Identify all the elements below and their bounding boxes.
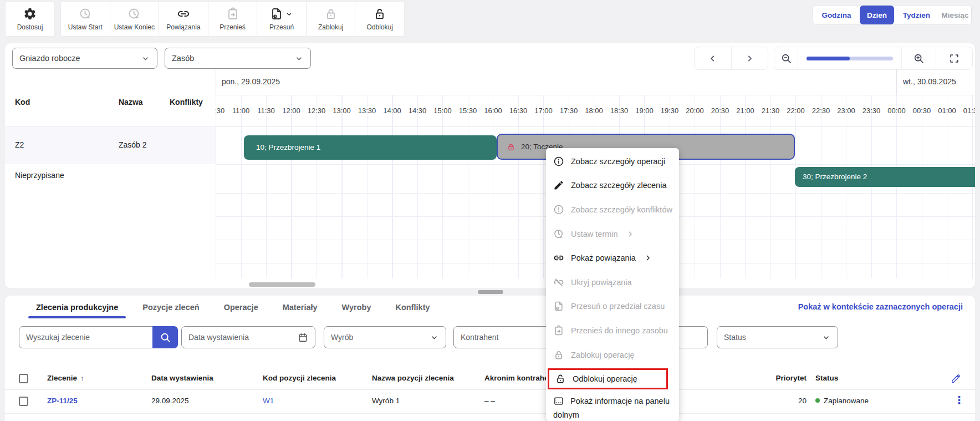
- search-order-input[interactable]: Wyszukaj zlecenie: [19, 326, 153, 348]
- context-menu-item-pokaz-powiazania[interactable]: Pokaż powiązania: [546, 246, 679, 270]
- info-icon: [553, 156, 564, 167]
- gantt-bar-operation-10[interactable]: 10; Przezbrojenie 1: [244, 135, 497, 160]
- row-checkbox[interactable]: [19, 397, 28, 406]
- scheduler-app: Dostosuj Ustaw StartUstaw KoniecPowiązan…: [0, 0, 980, 421]
- context-menu-item-odblokuj-operacje[interactable]: Odblokuj operację: [548, 368, 668, 389]
- zoom-in-icon: [913, 53, 925, 64]
- context-menu-item-zobacz-szczegoly-zlecenia[interactable]: Zobacz szczegóły zlecenia: [546, 174, 679, 198]
- view-toggle-tydzien[interactable]: Tydzień: [894, 6, 939, 24]
- view-toggle-godzina[interactable]: Godzina: [813, 6, 860, 24]
- context-menu-item-pokaz-informacje-na-panelu-dolnym[interactable]: Pokaż informacje na panelu dolnym: [546, 390, 679, 421]
- tab-pozycje-zlecen[interactable]: Pozycje zleceń: [142, 299, 199, 318]
- time-tick: 13:30: [358, 106, 376, 115]
- time-tick: 14:30: [409, 106, 427, 115]
- toolbar-button-label: Ustaw Start: [68, 23, 103, 31]
- zoom-slider-fill: [807, 57, 850, 60]
- sort-asc-icon: ↑: [80, 374, 84, 382]
- time-tick: 15:30: [459, 106, 477, 115]
- context-menu-item-zobacz-szczegoly-konfliktow[interactable]: Zobacz szczegóły konfliktów: [546, 197, 679, 222]
- col-status[interactable]: Status: [815, 374, 838, 382]
- zoom-slider-track[interactable]: [807, 57, 893, 60]
- fullscreen-button[interactable]: [936, 47, 972, 69]
- time-tick: 12:00: [282, 106, 300, 115]
- context-menu-item-przenies-do-innego-zasobu[interactable]: Przenieś do innego zasobu: [546, 318, 679, 343]
- toolbar-button-powiazania[interactable]: Powiązania: [159, 2, 208, 36]
- order-number-link[interactable]: ZP-11/25: [47, 397, 78, 405]
- time-tick: 21:00: [736, 106, 754, 115]
- tab-materialy[interactable]: Materiały: [283, 299, 318, 318]
- time-tick: 23:30: [862, 106, 881, 115]
- toolbar-button-przenies[interactable]: Przenieś: [208, 2, 257, 36]
- zoom-in-button[interactable]: [901, 47, 936, 69]
- panel-resize-handle[interactable]: [478, 290, 503, 294]
- view-toggle-dzien[interactable]: Dzień: [860, 6, 894, 24]
- toolbar-button-ustaw-koniec[interactable]: Ustaw Koniec: [110, 2, 159, 36]
- row-menu-icon[interactable]: ⋮: [954, 394, 964, 407]
- col-data-wystawienia[interactable]: Data wystawienia: [151, 374, 213, 382]
- resource-row-kod[interactable]: Z2: [15, 140, 24, 149]
- status-filter[interactable]: Status: [717, 326, 838, 348]
- chevron-left-icon: [708, 54, 717, 63]
- col-kod-pozycji[interactable]: Kod pozycji zlecenia: [263, 374, 336, 382]
- gantt-bar-operation-30[interactable]: 30; Przezbrojenie 2: [795, 167, 975, 187]
- context-menu-item-przesun-o-przedzial-czasu[interactable]: Przesuń o przedział czasu: [546, 295, 679, 319]
- next-period-button[interactable]: [731, 47, 768, 69]
- prev-period-button[interactable]: [695, 47, 731, 69]
- context-menu-item-label: Pokaż powiązania: [571, 253, 636, 262]
- time-tick: 01:30: [963, 106, 975, 115]
- issue-date-filter[interactable]: Data wystawienia: [181, 326, 315, 348]
- workstation-select-label: Gniazdo robocze: [19, 54, 80, 63]
- toolbar-button-dostosuj[interactable]: Dostosuj: [6, 2, 54, 36]
- toolbar-button-przesun[interactable]: Przesuń: [257, 2, 306, 36]
- context-menu-item-zobacz-szczegoly-operacji[interactable]: Zobacz szczegóły operacji: [546, 149, 679, 174]
- time-tick: 21:30: [762, 106, 780, 115]
- gear-icon: [23, 7, 37, 21]
- toolbar-button-ustaw-start[interactable]: Ustaw Start: [61, 2, 110, 36]
- order-priority: 20: [772, 397, 807, 405]
- tab-konflikty[interactable]: Konflikty: [396, 299, 430, 318]
- order-row[interactable]: ZP-11/25 29.09.2025 W1 Wyrób 1 – – 20 Za…: [5, 389, 975, 414]
- resource-col-kod: Kod: [15, 98, 30, 106]
- toolbar-button-odblokuj[interactable]: Odblokuj: [355, 2, 404, 36]
- select-all-checkbox[interactable]: [19, 374, 28, 383]
- time-tick: 12:30: [308, 106, 326, 115]
- context-menu-item-label: Ustaw termin: [571, 230, 618, 239]
- tab-wyroby[interactable]: Wyroby: [342, 299, 371, 318]
- col-nazwa-pozycji[interactable]: Nazwa pozycji zlecenia: [372, 374, 454, 382]
- col-priorytet[interactable]: Priorytet: [772, 374, 807, 382]
- toolbar-button-zablokuj[interactable]: Zablokuj: [306, 2, 355, 36]
- toolbar-button-label: Przenieś: [220, 23, 246, 31]
- edit-columns-icon[interactable]: [951, 373, 961, 384]
- context-menu-item-ustaw-termin[interactable]: Ustaw termin: [546, 222, 679, 246]
- chevron-down-icon: [821, 333, 831, 342]
- unlock-icon: [373, 7, 386, 21]
- view-toggle-miesiac[interactable]: Miesiąc: [939, 6, 971, 24]
- clock-play-icon: [553, 229, 564, 240]
- zoom-out-button[interactable]: [774, 47, 798, 69]
- time-tick: 19:30: [661, 106, 679, 115]
- order-status: Zaplanowane: [815, 397, 869, 405]
- context-menu-item-label: Pokaż informacje na panelu dolnym: [553, 397, 670, 419]
- time-tick: 23:00: [837, 106, 855, 115]
- day-separator-line: [896, 69, 897, 95]
- show-in-context-link[interactable]: Pokaż w kontekście zaznaczonych operacji: [798, 302, 963, 311]
- chevron-right-icon: [745, 54, 754, 63]
- resource-row-unassigned[interactable]: Nieprzypisane: [15, 171, 64, 180]
- context-menu-item-label: Przesuń o przedział czasu: [571, 302, 665, 311]
- tab-operacje[interactable]: Operacje: [224, 299, 258, 318]
- resource-row-nazwa[interactable]: Zasób 2: [119, 140, 147, 149]
- file-clock-icon: [270, 7, 283, 21]
- tab-zlecenia-produkcyjne[interactable]: Zlecenia produkcyjne: [36, 299, 118, 318]
- time-tick: 15:00: [433, 106, 452, 115]
- gantt-horizontal-scrollbar[interactable]: [249, 282, 315, 287]
- workstation-select[interactable]: Gniazdo robocze: [12, 48, 157, 69]
- resource-select[interactable]: Zasób: [165, 48, 311, 69]
- context-menu-item-zablokuj-operacje[interactable]: Zablokuj operację: [546, 343, 679, 367]
- time-tick: 00:00: [887, 106, 906, 115]
- zoom-slider[interactable]: [798, 47, 901, 69]
- context-menu-item-ukryj-powiazania[interactable]: Ukryj powiązania: [546, 270, 679, 295]
- order-item-code-link[interactable]: W1: [263, 397, 274, 405]
- search-button[interactable]: [152, 326, 178, 348]
- product-filter[interactable]: Wyrób: [324, 326, 446, 348]
- col-zlecenie[interactable]: Zlecenie↑: [47, 374, 84, 382]
